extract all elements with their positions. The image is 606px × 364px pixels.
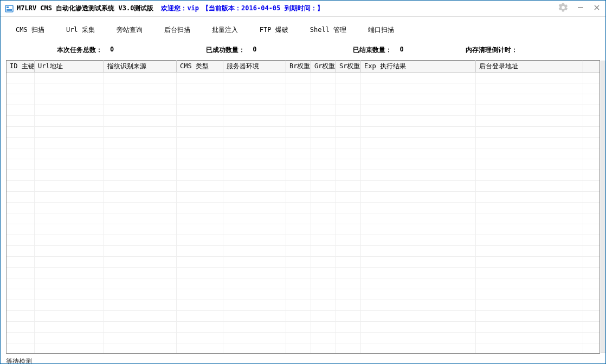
table-row[interactable] — [7, 138, 599, 148]
vertical-scrollbar[interactable] — [601, 61, 606, 353]
welcome-text: 欢迎您：vip — [161, 4, 199, 13]
status-text: 等待检测 — [6, 358, 32, 364]
stat-countdown-label: 内存清理倒计时： — [466, 46, 518, 55]
table-row[interactable] — [7, 192, 599, 203]
table-row[interactable] — [7, 213, 599, 224]
stat-finished-label: 已结束数量： — [353, 46, 392, 55]
table-row[interactable] — [7, 289, 599, 300]
tab-cms-scan[interactable]: CMS 扫描 — [5, 21, 55, 40]
col-fingerprint[interactable]: 指纹识别来源 — [104, 60, 177, 73]
table-row[interactable] — [7, 148, 599, 159]
table-row[interactable] — [7, 246, 599, 257]
table-row[interactable] — [7, 116, 599, 127]
tab-side-query[interactable]: 旁站查询 — [106, 21, 153, 40]
col-gr[interactable]: Gr权重 — [311, 60, 336, 73]
stat-finished-value: 0 — [399, 46, 403, 55]
col-exp[interactable]: Exp 执行结果 — [361, 60, 476, 73]
col-cms[interactable]: CMS 类型 — [177, 60, 223, 73]
tab-backend-scan[interactable]: 后台扫描 — [153, 21, 201, 40]
table-row[interactable] — [7, 311, 599, 322]
stat-total-label: 本次任务总数： — [57, 46, 102, 55]
table-body — [7, 73, 599, 353]
stat-success-label: 已成功数量： — [206, 46, 245, 55]
table-row[interactable] — [7, 333, 599, 343]
window-controls — [558, 2, 601, 15]
results-table: ID 主键 Url地址 指纹识别来源 CMS 类型 服务器环境 Br权重 Gr权… — [6, 60, 600, 354]
stat-success-value: 0 — [253, 46, 256, 55]
app-icon — [5, 4, 14, 13]
minimize-button[interactable] — [576, 4, 585, 12]
col-sr[interactable]: Sr权重 — [336, 60, 361, 73]
table-row[interactable] — [7, 278, 599, 289]
table-row[interactable] — [7, 73, 599, 83]
tab-url-collect[interactable]: Url 采集 — [55, 21, 106, 40]
svg-rect-0 — [5, 5, 13, 12]
table-header: ID 主键 Url地址 指纹识别来源 CMS 类型 服务器环境 Br权重 Gr权… — [7, 61, 599, 73]
status-bar: 等待检测 — [1, 354, 605, 364]
table-row[interactable] — [7, 224, 599, 235]
table-row[interactable] — [7, 203, 599, 213]
gear-icon[interactable] — [558, 2, 569, 15]
tab-bar: CMS 扫描 Url 采集 旁站查询 后台扫描 批量注入 FTP 爆破 Shel… — [1, 17, 605, 40]
table-row[interactable] — [7, 127, 599, 138]
col-id[interactable]: ID 主键 — [7, 60, 35, 73]
table-row[interactable] — [7, 159, 599, 170]
stat-total-value: 0 — [110, 46, 114, 55]
tab-ftp-brute[interactable]: FTP 爆破 — [249, 21, 299, 40]
version-info: 【当前版本：2016-04-05 到期时间：】 — [202, 4, 323, 13]
close-button[interactable] — [592, 4, 601, 12]
window-titlebar: M7LRV CMS 自动化渗透测试系统 V3.0测试版 欢迎您：vip 【当前版… — [1, 1, 605, 17]
table-row[interactable] — [7, 170, 599, 181]
table-row[interactable] — [7, 94, 599, 105]
col-url[interactable]: Url地址 — [35, 60, 104, 73]
col-backend[interactable]: 后台登录地址 — [476, 60, 583, 73]
table-row[interactable] — [7, 300, 599, 311]
stats-row: 本次任务总数： 0 已成功数量： 0 已结束数量： 0 内存清理倒计时： — [1, 40, 605, 60]
table-row[interactable] — [7, 83, 599, 94]
svg-rect-2 — [7, 9, 12, 10]
tab-batch-inject[interactable]: 批量注入 — [201, 21, 249, 40]
tab-shell-manage[interactable]: Shell 管理 — [299, 21, 357, 40]
table-row[interactable] — [7, 105, 599, 116]
svg-rect-1 — [7, 6, 9, 8]
col-server[interactable]: 服务器环境 — [223, 60, 286, 73]
table-row[interactable] — [7, 235, 599, 246]
app-title: M7LRV CMS 自动化渗透测试系统 V3.0测试版 — [17, 4, 153, 13]
tab-port-scan[interactable]: 端口扫描 — [357, 21, 405, 40]
col-br[interactable]: Br权重 — [286, 60, 311, 73]
svg-rect-3 — [7, 10, 12, 11]
table-row[interactable] — [7, 181, 599, 192]
table-row[interactable] — [7, 268, 599, 278]
table-row[interactable] — [7, 322, 599, 333]
table-row[interactable] — [7, 343, 599, 353]
table-row[interactable] — [7, 257, 599, 268]
